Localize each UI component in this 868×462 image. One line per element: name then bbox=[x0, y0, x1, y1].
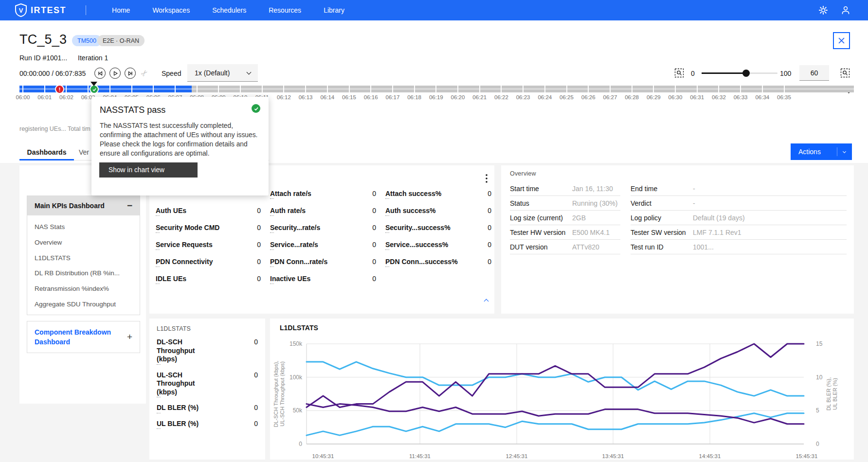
l1-stat-row: UL-SCH Throughput (kbps)0 bbox=[157, 371, 258, 397]
kpi-label: Attach rate/s bbox=[270, 190, 311, 197]
overview-value: - bbox=[693, 185, 695, 193]
nav-item-resources[interactable]: Resources bbox=[257, 6, 312, 14]
show-in-chart-view-button[interactable]: Show in chart view bbox=[99, 162, 198, 178]
kpi-label: Service...success% bbox=[385, 241, 448, 249]
kpi-label: Security Mode CMD bbox=[156, 224, 219, 231]
overview-label: Tester SW version bbox=[631, 229, 693, 236]
skip-forward-button[interactable] bbox=[125, 68, 136, 79]
main-kpis-card: Main KPIs Dashboard − NAS StatsOverviewL… bbox=[27, 195, 140, 315]
collapse-minus-icon[interactable]: − bbox=[127, 200, 132, 211]
kpi-value: 0 bbox=[488, 258, 491, 266]
l1dlstats-panel: L1DLSTATS DL-SCH Throughput (kbps)0UL-SC… bbox=[149, 319, 265, 460]
cut-icon[interactable]: ✂ bbox=[139, 67, 151, 79]
user-icon[interactable] bbox=[841, 5, 850, 15]
line-chart[interactable]: 150k100k50k0151050DL-SCH Throughput (kbp… bbox=[270, 319, 854, 460]
actions-button[interactable]: Actions bbox=[791, 143, 852, 160]
overview-label: Status bbox=[510, 199, 572, 207]
chevron-down-icon bbox=[843, 149, 846, 153]
l1dlstats-title: L1DLSTATS bbox=[157, 325, 191, 332]
play-button[interactable] bbox=[109, 68, 121, 79]
kpi-value: 0 bbox=[372, 190, 376, 197]
tab-dashboards[interactable]: Dashboards bbox=[19, 146, 74, 160]
overflow-menu-icon[interactable] bbox=[486, 174, 488, 185]
kpi-value: 0 bbox=[488, 224, 491, 231]
component-breakdown-card[interactable]: Component Breakdown Dashboard + bbox=[27, 321, 140, 353]
ruler-tick-label: 06:13 bbox=[294, 94, 317, 100]
timeline-error-marker[interactable]: ! bbox=[55, 85, 64, 94]
overview-value: ATTv820 bbox=[572, 243, 599, 251]
app-logo[interactable]: V IRTEST bbox=[15, 3, 66, 17]
overview-label: Verdict bbox=[631, 199, 693, 207]
overview-panel: Overview Start timeJan 16, 11:30StatusRu… bbox=[501, 165, 854, 314]
sidebar-item-l1dlstats[interactable]: L1DLSTATS bbox=[35, 250, 140, 266]
kpi-cell: IDLE UEs0 bbox=[156, 270, 261, 287]
slider-knob[interactable] bbox=[742, 70, 750, 77]
run-info: Run ID #1001...Iteration 1 bbox=[19, 54, 119, 62]
overview-label: Log policy bbox=[631, 214, 693, 222]
overview-value: LMF 7.1.1 Rev1 bbox=[693, 229, 741, 236]
timeline-zoom-slider[interactable] bbox=[702, 72, 778, 74]
timeline-track[interactable] bbox=[19, 86, 854, 92]
ruler-tick-label: 06:19 bbox=[425, 94, 447, 100]
overview-label: Tester HW version bbox=[510, 229, 572, 236]
chart-svg: 150k100k50k0151050DL-SCH Throughput (kbp… bbox=[270, 319, 854, 460]
kpi-cell: PDN Connectivity0 bbox=[156, 253, 261, 270]
ruler-tick-label: 06:01 bbox=[34, 94, 56, 100]
nav-item-library[interactable]: Library bbox=[312, 6, 356, 14]
pass-check-icon bbox=[252, 104, 260, 113]
kpi-value: 0 bbox=[257, 275, 261, 283]
shield-logo-icon: V bbox=[15, 3, 27, 17]
overview-row: Start timeJan 16, 11:30 bbox=[510, 181, 620, 196]
svg-text:14:45:31: 14:45:31 bbox=[699, 453, 721, 459]
overview-label: DUT version bbox=[510, 243, 572, 251]
kpi-cell: Auth success%0 bbox=[385, 202, 491, 219]
kpi-label: IDLE UEs bbox=[156, 275, 186, 283]
sidebar-item-aggregate-sdu-throughput[interactable]: Aggregate SDU Throughput bbox=[35, 297, 140, 312]
overview-value: Running (30%) bbox=[572, 199, 617, 207]
gear-icon[interactable] bbox=[818, 5, 828, 15]
kpi-label: Service...rate/s bbox=[270, 241, 318, 249]
svg-text:15:45:31: 15:45:31 bbox=[796, 453, 818, 459]
speed-value: 1x (Default) bbox=[195, 69, 230, 77]
collapse-panel-chevron[interactable] bbox=[485, 296, 488, 305]
playhead-marker[interactable] bbox=[90, 82, 97, 86]
kpi-value: 0 bbox=[372, 275, 376, 283]
ruler-tick-label: 06:14 bbox=[316, 94, 339, 100]
kpi-cell: Auth UEs0 bbox=[156, 202, 261, 219]
skip-back-button[interactable] bbox=[94, 68, 106, 79]
sidebar-item-nas-stats[interactable]: NAS Stats bbox=[35, 219, 140, 235]
ruler-tick-label: 06:27 bbox=[599, 94, 621, 100]
main-kpis-title: Main KPIs Dashboard bbox=[35, 202, 105, 210]
speed-dropdown[interactable]: 1x (Default) bbox=[187, 64, 258, 82]
page-title: TC_5_3 bbox=[19, 32, 67, 47]
svg-text:5: 5 bbox=[816, 407, 819, 414]
close-run-button[interactable] bbox=[833, 32, 850, 49]
kpi-label: PDN Conn...success% bbox=[385, 258, 458, 266]
expand-plus-icon[interactable]: + bbox=[127, 332, 132, 342]
app-window: V IRTEST HomeWorkspacesSchedulersResourc… bbox=[0, 0, 868, 462]
l1-stat-label: UL-SCH Throughput (kbps) bbox=[157, 371, 210, 397]
l1-stat-value: 0 bbox=[254, 371, 258, 397]
main-kpis-header[interactable]: Main KPIs Dashboard − bbox=[27, 196, 140, 215]
kpi-cell: Service...rate/s0 bbox=[270, 236, 376, 253]
actions-divider bbox=[837, 147, 837, 156]
nav-item-workspaces[interactable]: Workspaces bbox=[141, 6, 201, 14]
zoom-fit-in-icon[interactable] bbox=[840, 68, 850, 80]
zoom-fit-out-icon[interactable] bbox=[674, 68, 684, 80]
sidebar-item-overview[interactable]: Overview bbox=[35, 235, 140, 250]
kpi-label: Auth rate/s bbox=[270, 207, 306, 214]
sidebar-item-dl-rb-distribution-rb-in-[interactable]: DL RB Distribution (RB %in... bbox=[35, 266, 140, 281]
overview-label: End time bbox=[631, 185, 693, 193]
kpi-cell: Service Requests0 bbox=[156, 236, 261, 253]
ruler-tick-label: 06:30 bbox=[664, 94, 687, 100]
nav-item-home[interactable]: Home bbox=[101, 6, 141, 14]
nav-item-schedulers[interactable]: Schedulers bbox=[201, 6, 257, 14]
overview-row: Test run ID1001... bbox=[631, 240, 847, 254]
kpi-value: 0 bbox=[488, 190, 491, 197]
overview-value: E500 MK4.1 bbox=[572, 229, 610, 236]
ruler-tick-label: 06:17 bbox=[381, 94, 404, 100]
sidebar-item-retransmission-index-[interactable]: Retransmission %index% bbox=[35, 281, 140, 297]
tab-verdicts[interactable]: Ver bbox=[79, 146, 89, 160]
zoom-level-input[interactable] bbox=[799, 65, 829, 81]
ruler-tick-label: 06:33 bbox=[729, 94, 752, 100]
